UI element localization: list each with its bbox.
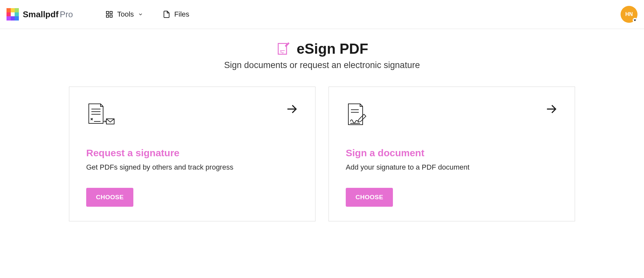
apps-grid-icon: [105, 10, 113, 18]
page-subtitle: Sign documents or request an electronic …: [7, 60, 637, 70]
page-title: eSign PDF: [297, 41, 368, 57]
request-signature-icon: [86, 103, 298, 129]
main-nav: Tools Files: [105, 10, 189, 19]
svg-rect-3: [110, 15, 112, 17]
card-title: Sign a document: [346, 147, 558, 159]
card-title: Request a signature: [86, 147, 298, 159]
brand-text: Smallpdf: [23, 9, 59, 19]
choose-button[interactable]: CHOOSE: [86, 188, 133, 207]
sign-document-card[interactable]: Sign a document Add your signature to a …: [329, 87, 575, 221]
nav-files[interactable]: Files: [163, 10, 189, 19]
arrow-right-icon: [545, 103, 558, 117]
nav-files-label: Files: [174, 10, 189, 19]
chevron-down-icon: [138, 12, 143, 17]
app-header: SmallpdfPro Tools Files HN: [0, 0, 644, 29]
nav-tools-label: Tools: [117, 10, 134, 19]
arrow-right-icon: [285, 103, 298, 117]
sign-document-icon: [346, 103, 558, 129]
request-signature-card[interactable]: Request a signature Get PDFs signed by o…: [69, 87, 315, 221]
card-description: Get PDFs signed by others and track prog…: [86, 163, 298, 172]
user-avatar[interactable]: HN: [621, 6, 637, 23]
smallpdf-logo-icon: [7, 8, 19, 21]
action-cards: Request a signature Get PDFs signed by o…: [65, 77, 579, 231]
esign-icon: [276, 42, 290, 56]
choose-button[interactable]: CHOOSE: [346, 188, 393, 207]
svg-rect-2: [106, 15, 109, 17]
caret-down-icon: [633, 18, 637, 22]
svg-rect-4: [278, 44, 287, 54]
logo-group[interactable]: SmallpdfPro: [7, 8, 73, 21]
brand-name: SmallpdfPro: [23, 9, 73, 20]
nav-tools[interactable]: Tools: [105, 10, 143, 19]
brand-suffix: Pro: [60, 9, 73, 19]
file-icon: [163, 10, 170, 19]
svg-rect-0: [106, 11, 109, 14]
hero: eSign PDF Sign documents or request an e…: [0, 29, 644, 77]
card-description: Add your signature to a PDF document: [346, 163, 558, 172]
avatar-initials: HN: [625, 11, 633, 17]
svg-rect-1: [110, 11, 112, 14]
